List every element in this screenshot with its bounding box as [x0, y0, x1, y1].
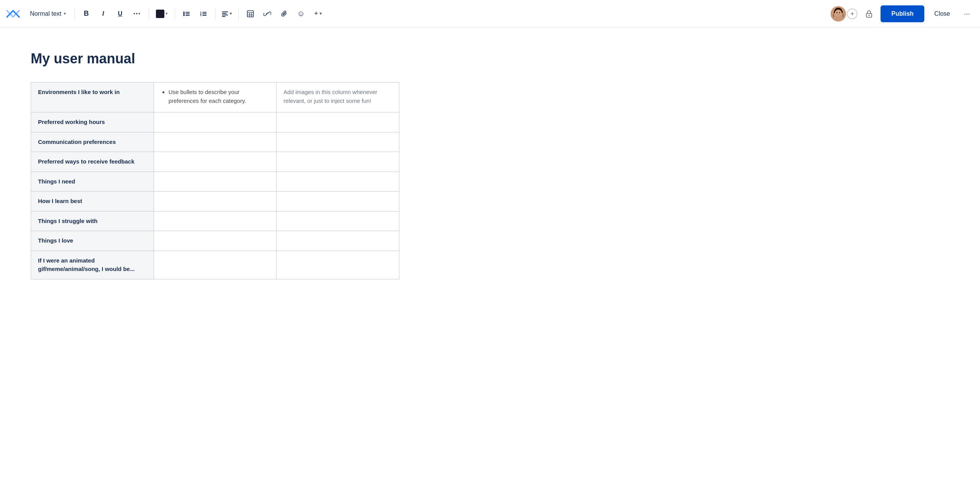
chevron-down-icon-color: ▾ — [166, 11, 168, 16]
table-icon — [247, 10, 254, 18]
svg-rect-13 — [222, 13, 227, 14]
attachment-button[interactable] — [277, 7, 291, 21]
row-label[interactable]: Preferred working hours — [31, 112, 154, 132]
more-options-button[interactable]: ··· — [960, 7, 974, 21]
svg-point-23 — [835, 10, 842, 17]
row-bullets[interactable] — [154, 211, 276, 231]
toolbar: Normal text ▾ B I U ··· ▾ 1. — [0, 0, 980, 28]
divider-5 — [238, 8, 239, 20]
more-formatting-button[interactable]: ··· — [130, 7, 144, 21]
svg-rect-16 — [247, 11, 253, 17]
publish-button[interactable]: Publish — [881, 5, 924, 22]
bullet-list-icon — [183, 10, 190, 18]
row-images[interactable] — [276, 172, 399, 192]
divider-1 — [74, 8, 75, 20]
svg-rect-14 — [222, 15, 228, 15]
italic-button[interactable]: I — [96, 7, 110, 21]
toolbar-right: + Publish Close ··· — [831, 5, 974, 22]
bold-button[interactable]: B — [79, 7, 93, 21]
row-label[interactable]: Things I love — [31, 231, 154, 251]
align-button[interactable]: ▾ — [220, 7, 234, 21]
row-images[interactable] — [276, 192, 399, 211]
divider-2 — [149, 8, 149, 20]
row-label[interactable]: How I learn best — [31, 192, 154, 211]
table-row: Preferred ways to receive feedback — [31, 152, 399, 172]
table-button[interactable] — [243, 7, 257, 21]
color-swatch — [156, 10, 164, 18]
content-area: My user manual Environments I like to wo… — [0, 28, 980, 489]
link-icon — [263, 10, 271, 18]
row-bullets[interactable] — [154, 231, 276, 251]
divider-4 — [215, 8, 215, 20]
row-label[interactable]: Communication preferences — [31, 132, 154, 152]
svg-point-25 — [839, 12, 840, 13]
row-bullets[interactable] — [154, 251, 276, 279]
svg-point-27 — [869, 15, 870, 16]
row-label[interactable]: Things I need — [31, 172, 154, 192]
svg-point-0 — [183, 12, 185, 13]
row-bullets[interactable] — [154, 132, 276, 152]
row-label[interactable]: If I were an animated gif/meme/animal/so… — [31, 251, 154, 279]
text-style-label: Normal text — [30, 10, 61, 17]
row-images[interactable] — [276, 152, 399, 172]
svg-rect-1 — [185, 12, 190, 13]
svg-rect-11 — [202, 15, 207, 16]
divider-3 — [175, 8, 175, 20]
chevron-down-icon: ▾ — [64, 11, 66, 16]
svg-rect-15 — [222, 16, 225, 17]
row-bullets[interactable] — [154, 152, 276, 172]
svg-rect-12 — [222, 12, 228, 12]
plus-icon-collaborator: + — [851, 10, 854, 17]
link-button[interactable] — [260, 7, 274, 21]
row-label[interactable]: Things I struggle with — [31, 211, 154, 231]
insert-button[interactable]: + ▾ — [311, 7, 325, 21]
svg-point-2 — [183, 13, 185, 15]
row-images[interactable]: Add images in this column whenever relev… — [276, 83, 399, 112]
svg-point-4 — [183, 15, 185, 16]
avatar[interactable] — [831, 6, 846, 21]
numbered-list-button[interactable]: 1. 2. 3. — [197, 7, 210, 21]
add-collaborator-button[interactable]: + — [847, 8, 858, 19]
row-images[interactable] — [276, 132, 399, 152]
row-bullets[interactable] — [154, 112, 276, 132]
row-label[interactable]: Preferred ways to receive feedback — [31, 152, 154, 172]
svg-point-24 — [836, 12, 838, 13]
underline-button[interactable]: U — [113, 7, 127, 21]
emoji-icon: ☺ — [297, 9, 305, 18]
numbered-list-icon: 1. 2. 3. — [200, 10, 207, 18]
svg-rect-9 — [202, 13, 207, 14]
confluence-logo[interactable] — [6, 7, 20, 21]
table-row: Preferred working hours — [31, 112, 399, 132]
table-row: How I learn best — [31, 192, 399, 211]
text-style-dropdown[interactable]: Normal text ▾ — [26, 8, 70, 20]
row-bullets[interactable] — [154, 192, 276, 211]
row-images[interactable] — [276, 112, 399, 132]
table-row: Communication preferences — [31, 132, 399, 152]
table-row: Things I struggle with — [31, 211, 399, 231]
plus-icon: + — [314, 10, 318, 18]
text-color-button[interactable]: ▾ — [154, 8, 170, 20]
emoji-button[interactable]: ☺ — [294, 7, 308, 21]
table-row: Things I love — [31, 231, 399, 251]
chevron-down-icon-align: ▾ — [230, 11, 232, 16]
attachment-icon — [280, 10, 288, 18]
bullet-list-button[interactable] — [180, 7, 194, 21]
row-label[interactable]: Environments I like to work in — [31, 83, 154, 112]
ellipsis-icon: ··· — [133, 9, 141, 18]
svg-rect-3 — [185, 13, 190, 14]
align-icon — [222, 10, 228, 17]
lock-button[interactable] — [861, 6, 877, 21]
row-images[interactable] — [276, 251, 399, 279]
lock-icon — [865, 10, 873, 18]
svg-rect-7 — [202, 12, 207, 13]
svg-rect-5 — [185, 15, 190, 16]
three-dots-icon: ··· — [964, 9, 970, 18]
chevron-down-icon-insert: ▾ — [319, 11, 322, 16]
close-button[interactable]: Close — [928, 5, 956, 22]
row-bullets[interactable] — [154, 172, 276, 192]
row-images[interactable] — [276, 211, 399, 231]
row-bullets[interactable]: Use bullets to describe your preferences… — [154, 83, 276, 112]
row-images[interactable] — [276, 231, 399, 251]
table-row: Things I need — [31, 172, 399, 192]
table-row: Environments I like to work inUse bullet… — [31, 83, 399, 112]
